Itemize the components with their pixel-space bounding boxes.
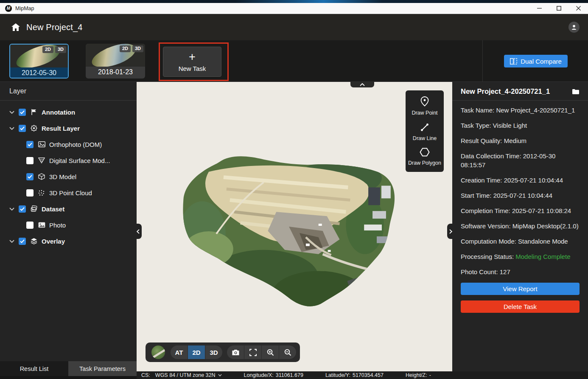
tab-result-list[interactable]: Result List — [0, 361, 68, 376]
layer-item-orthophoto[interactable]: Orthophoto (DOM) — [0, 136, 137, 152]
badge-2d: 2D — [120, 45, 131, 52]
chevron-left-icon — [137, 229, 140, 234]
layer-checkbox[interactable] — [26, 141, 34, 148]
layer-item-dsm[interactable]: Digital Surface Mod... — [0, 152, 137, 168]
task-date-label: 2012-05-30 — [10, 67, 68, 79]
zoom-in-icon — [267, 349, 274, 356]
dual-compare-icon — [510, 58, 517, 65]
layer-item-3d-point-cloud[interactable]: 3D Point Cloud — [0, 185, 137, 201]
badge-3d: 3D — [132, 45, 143, 52]
task-thumbnail-image: 2D 3D — [10, 45, 68, 67]
layer-item-annotation[interactable]: Annotation — [0, 104, 137, 120]
zoom-out-icon — [284, 349, 291, 356]
chevron-down-icon[interactable] — [9, 111, 14, 114]
minimize-button[interactable] — [529, 3, 549, 14]
view-mode-group: AT 2D 3D — [171, 345, 222, 359]
collapse-left-panel-handle[interactable] — [137, 224, 142, 239]
delete-task-button[interactable]: Delete Task — [461, 300, 580, 313]
collapse-right-panel-handle[interactable] — [447, 224, 452, 239]
folder-icon[interactable] — [572, 89, 580, 95]
task-parameters-panel: New Project_4-20250721_1 Task Name: New … — [452, 82, 588, 371]
longitude-readout: Longitude/X: 311061.679 — [244, 372, 303, 378]
detail-task-name: Task Name: New Project_4-20250721_1 — [461, 106, 580, 115]
layer-checkbox[interactable] — [19, 238, 26, 245]
view-mode-2d[interactable]: 2D — [188, 345, 205, 359]
task-card-2012-05-30[interactable]: 2D 3D 2012-05-30 — [9, 44, 69, 79]
new-task-button[interactable]: + New Task — [163, 47, 221, 77]
badge-3d: 3D — [55, 46, 66, 53]
view-report-button[interactable]: View Report — [461, 283, 580, 295]
layer-panel: Layer Annotation Result Layer Orthophoto… — [0, 82, 137, 361]
detail-data-collection-time: Data Collection Time: 2012-05-30 08:15:5… — [461, 152, 580, 169]
layer-checkbox[interactable] — [26, 222, 34, 229]
map-viewport[interactable]: Draw Point Draw Line Draw Polygon AT 2D … — [137, 82, 452, 371]
image-icon — [38, 141, 45, 147]
task-card-2018-01-23[interactable]: 2D 3D 2018-01-23 — [86, 44, 145, 79]
home-icon[interactable] — [11, 23, 20, 31]
left-bottom-strip — [0, 376, 137, 379]
task-date-label: 2018-01-23 — [86, 67, 145, 78]
point-cloud-icon — [38, 190, 45, 196]
task-thumbnails-bar: 2D 3D 2012-05-30 2D 3D 2018-01-23 + New … — [0, 40, 588, 82]
status-bar: CS: WGS 84 / UTM zone 32N Longitude/X: 3… — [137, 371, 588, 379]
detail-start-time: Start Time: 2025-07-21 10:04:44 — [461, 191, 580, 200]
collapse-topbar-handle[interactable] — [350, 82, 374, 87]
close-button[interactable] — [568, 3, 588, 14]
layer-item-overlay[interactable]: Overlay — [0, 233, 137, 249]
layer-item-photo[interactable]: Photo — [0, 217, 137, 233]
layer-item-result-layer[interactable]: Result Layer — [0, 120, 137, 136]
project-title: New Project_4 — [26, 22, 83, 32]
layer-item-dataset[interactable]: Dataset — [0, 201, 137, 217]
height-readout: Height/Z: - — [406, 372, 431, 378]
draw-tools-panel: Draw Point Draw Line Draw Polygon — [406, 90, 444, 172]
window-controls — [529, 3, 588, 14]
chevron-down-icon[interactable] — [9, 240, 14, 243]
cs-label: CS: — [141, 372, 150, 378]
view-mode-at[interactable]: AT — [171, 345, 188, 359]
app-header: New Project_4 — [0, 14, 588, 40]
coordinate-system-select[interactable]: WGS 84 / UTM zone 32N — [155, 372, 222, 378]
layer-checkbox[interactable] — [19, 205, 26, 213]
layer-item-3d-model[interactable]: 3D Model — [0, 168, 137, 185]
draw-line-tool[interactable]: Draw Line — [413, 123, 437, 141]
layers-icon — [31, 238, 37, 244]
detail-result-quality: Result Quality: Medium — [461, 136, 580, 145]
layer-checkbox[interactable] — [26, 173, 34, 180]
desktop-background-strip — [0, 0, 588, 3]
detail-creation-time: Creation Time: 2025-07-21 10:04:44 — [461, 176, 580, 185]
task-panel-header: New Project_4-20250721_1 — [452, 82, 588, 100]
dsm-triangle-icon — [38, 157, 45, 163]
orthophoto-layer[interactable] — [179, 149, 416, 313]
view-mode-3d[interactable]: 3D — [205, 345, 222, 359]
draw-point-tool[interactable]: Draw Point — [412, 96, 437, 116]
detail-computation-mode: Computation Mode: Standalone Mode — [461, 237, 580, 246]
user-avatar-button[interactable] — [568, 22, 580, 33]
chevron-down-icon[interactable] — [9, 208, 14, 211]
detail-task-type: Task Type: Visible Light — [461, 121, 580, 130]
badge-icon — [31, 125, 37, 132]
tab-task-parameters[interactable]: Task Parameters — [68, 361, 137, 376]
zoom-out-button[interactable] — [279, 345, 296, 359]
chevron-up-icon — [360, 83, 365, 86]
layer-checkbox[interactable] — [19, 125, 26, 132]
dual-compare-button[interactable]: Dual Compare — [504, 55, 568, 67]
zoom-in-button[interactable] — [262, 345, 279, 359]
maximize-button[interactable] — [549, 3, 568, 14]
task-details-list: Task Name: New Project_4-20250721_1 Task… — [452, 101, 588, 276]
layer-checkbox[interactable] — [26, 157, 34, 164]
left-bottom-tabs: Result List Task Parameters — [0, 361, 137, 376]
detail-processing-status: Processing Status: Modeling Complete — [461, 252, 580, 261]
pin-icon — [420, 96, 429, 107]
detail-software-version: Software Version: MipMap Desktop(2.1.0) — [461, 222, 580, 230]
draw-polygon-tool[interactable]: Draw Polygon — [408, 148, 441, 166]
chevron-down-icon[interactable] — [9, 127, 14, 130]
zoom-extent-button[interactable] — [244, 345, 261, 359]
basemap-thumbnail[interactable] — [151, 345, 165, 359]
layer-checkbox[interactable] — [26, 189, 34, 197]
task-badges: 2D 3D — [42, 46, 66, 53]
layer-checkbox[interactable] — [19, 109, 26, 116]
app-window: M MipMap New Project_4 — [0, 0, 588, 379]
screenshot-button[interactable] — [227, 345, 244, 359]
flag-icon — [31, 109, 37, 115]
line-icon — [420, 123, 429, 132]
